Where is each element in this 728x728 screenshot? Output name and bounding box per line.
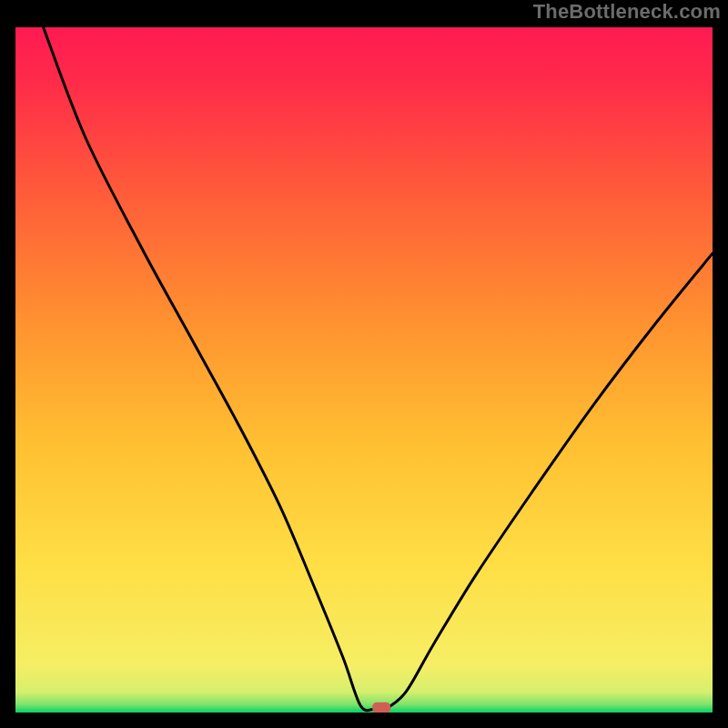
watermark-text: TheBottleneck.com xyxy=(533,0,721,24)
bottleneck-curve xyxy=(44,27,713,711)
plot-area xyxy=(15,27,713,713)
valley-marker xyxy=(372,703,390,713)
curve-svg xyxy=(15,27,713,713)
frame: TheBottleneck.com xyxy=(0,0,728,728)
